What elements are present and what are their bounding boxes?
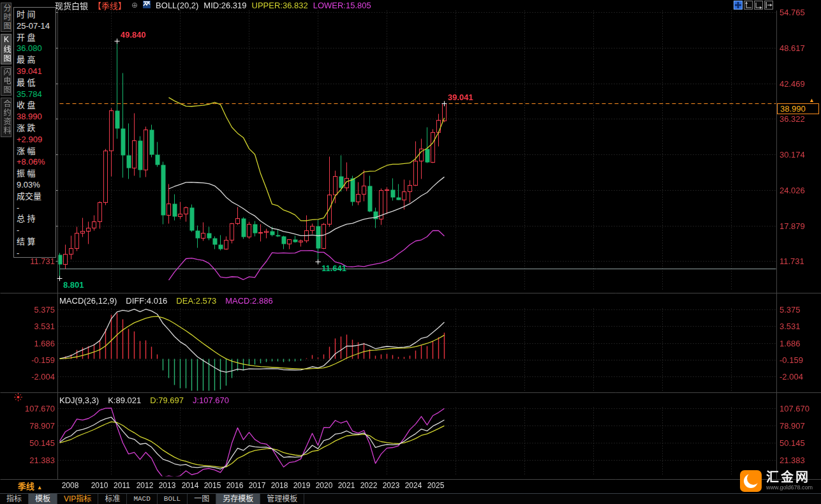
quote-info-panel: 时 间25-07-14开 盘36.080最 高39.041最 低35.784收 … [13, 7, 56, 258]
price-annotation: 8.801 [63, 280, 84, 290]
scale-y-button[interactable] [744, 1, 753, 10]
logo-title: 汇金网 [766, 470, 813, 484]
axis-tick-label: 54.765 [780, 8, 805, 17]
macd-title[interactable]: MACD(26,12,9) [59, 296, 117, 306]
kdj-pane-header: KDJ(9,3,3) K:89.021 D:79.697 J:107.670 [59, 396, 229, 405]
year-label-2018[interactable]: 2018 [271, 481, 288, 490]
last-price-arrow-icon: ▲ [809, 97, 815, 103]
axis-tick-label: 5.375 [780, 305, 801, 315]
alert-starburst-icon[interactable] [14, 392, 22, 404]
toolbar-item-一图[interactable]: 一图 [188, 494, 216, 504]
boll-label: BOLL(20,2) [156, 1, 198, 10]
info-value: 36.080 [17, 43, 55, 54]
axis-tick-label: 5.375 [15, 305, 55, 315]
toolbar-item-BOLL[interactable]: BOLL [158, 494, 188, 504]
info-label: 涨 跌 [17, 122, 55, 134]
info-label: 开 盘 [17, 32, 55, 43]
year-label-2008[interactable]: 2008 [62, 481, 79, 490]
toolbar-item-指标[interactable]: 指标 [0, 494, 29, 504]
chart-canvas[interactable] [0, 0, 821, 504]
axis-tick-label: 78.907 [15, 421, 55, 431]
info-value: - [17, 202, 55, 214]
scale-x-button[interactable] [754, 1, 763, 10]
info-label: 结 算 [17, 236, 55, 248]
sidebar-tab-K线图[interactable]: K线图 [1, 34, 11, 64]
price-annotation: 11.641 [322, 263, 346, 273]
axis-tick-label: 21.383 [780, 456, 805, 465]
last-price-marker: 38.990 [777, 103, 819, 114]
trading-app: 分时图K线图闪电图合约资料 时 间25-07-14开 盘36.080最 高39.… [0, 0, 821, 504]
macd-dea-value: DEA:2.573 [176, 296, 216, 306]
period-tag[interactable]: 【季线】 [93, 0, 126, 11]
axis-tick-label: 11.731 [15, 256, 55, 266]
year-label-2020[interactable]: 2020 [316, 481, 333, 490]
year-label-2023[interactable]: 2023 [383, 481, 400, 490]
price-annotation: 49.840 [121, 30, 146, 40]
axis-tick-label: -2.004 [780, 372, 803, 382]
toolbar-item-VIP指标[interactable]: VIP指标 [57, 494, 98, 504]
axis-tick-label: 17.879 [780, 221, 805, 231]
link-icon[interactable]: ⊕ [131, 1, 138, 10]
info-value: 35.784 [17, 89, 55, 100]
boll-upper-value: UPPER:36.832 [252, 1, 308, 10]
mini-chart-icon [143, 1, 151, 10]
kdj-title[interactable]: KDJ(9,3,3) [59, 396, 99, 405]
site-logo: 汇金网 www.gold678.com [740, 470, 813, 492]
toolbar-item-另存模板[interactable]: 另存模板 [216, 494, 260, 504]
axis-tick-label: 3.531 [15, 322, 55, 331]
info-value: +8.06% [17, 156, 55, 168]
instrument-name: 现货白银 [55, 0, 88, 11]
year-label-2024[interactable]: 2024 [405, 481, 422, 490]
axis-tick-label: 30.174 [780, 150, 805, 159]
info-label: 收 盘 [17, 100, 55, 111]
info-label: 总 持 [17, 213, 55, 225]
info-label: 最 低 [17, 77, 55, 89]
year-label-2017[interactable]: 2017 [249, 481, 266, 490]
time-axis: 2008201020112012201320142015201620172018… [0, 480, 776, 491]
axis-tick-label: 42.469 [780, 79, 805, 89]
toolbar-item-标准[interactable]: 标准 [98, 494, 127, 504]
info-label: 成交量 [17, 191, 55, 202]
toolbar-item-模板[interactable]: 模板 [29, 494, 57, 504]
year-label-2014[interactable]: 2014 [182, 481, 199, 490]
info-value: +2.909 [17, 134, 55, 145]
axis-tick-label: 36.322 [780, 114, 805, 124]
year-label-2010[interactable]: 2010 [91, 481, 108, 490]
logo-icon [740, 470, 762, 492]
bottom-toolbar: 指标模板VIP指标标准MACDBOLL一图另存模板管理模板 [0, 493, 821, 504]
info-value: - [17, 225, 55, 236]
year-label-2019[interactable]: 2019 [293, 481, 311, 490]
axis-tick-label: 21.383 [15, 456, 55, 465]
year-label-2015[interactable]: 2015 [204, 481, 221, 490]
year-label-2012[interactable]: 2012 [137, 481, 154, 490]
year-label-2021[interactable]: 2021 [338, 481, 355, 490]
axis-tick-label: 107.670 [15, 404, 55, 413]
info-value: 39.041 [17, 66, 55, 77]
axis-tick-label: 1.686 [780, 339, 801, 348]
info-value: 25-07-14 [17, 20, 55, 32]
year-label-2025[interactable]: 2025 [427, 481, 445, 490]
sidebar-tab-合约资料[interactable]: 合约资料 [1, 98, 11, 137]
toolbar-item-MACD[interactable]: MACD [127, 494, 157, 504]
axis-tick-label: 48.617 [780, 43, 805, 53]
macd-macd-value: MACD:2.886 [225, 296, 272, 306]
year-label-2011[interactable]: 2011 [114, 481, 130, 490]
axis-tick-label: 78.907 [780, 421, 805, 431]
info-value: 9.03% [17, 179, 55, 191]
pan-mode-button[interactable] [734, 1, 743, 10]
sidebar-tab-分时图[interactable]: 分时图 [1, 3, 11, 32]
sidebar-tab-闪电图[interactable]: 闪电图 [1, 66, 11, 96]
boll-mid-value: MID:26.319 [203, 1, 246, 10]
year-label-2013[interactable]: 2013 [159, 481, 176, 490]
year-label-2022[interactable]: 2022 [360, 481, 378, 490]
year-label-2016[interactable]: 2016 [226, 481, 244, 490]
toolbar-item-管理模板[interactable]: 管理模板 [260, 494, 304, 504]
kdj-k-value: K:89.021 [108, 396, 141, 405]
shift-right-button[interactable] [764, 1, 773, 10]
kdj-j-value: J:107.670 [193, 396, 229, 405]
info-value: - [17, 248, 55, 258]
info-value: 38.990 [17, 111, 55, 122]
macd-diff-value: DIFF:4.016 [126, 296, 167, 306]
info-label: 最 高 [17, 54, 55, 66]
macd-pane-header: MACD(26,12,9) DIFF:4.016 DEA:2.573 MACD:… [59, 296, 273, 306]
